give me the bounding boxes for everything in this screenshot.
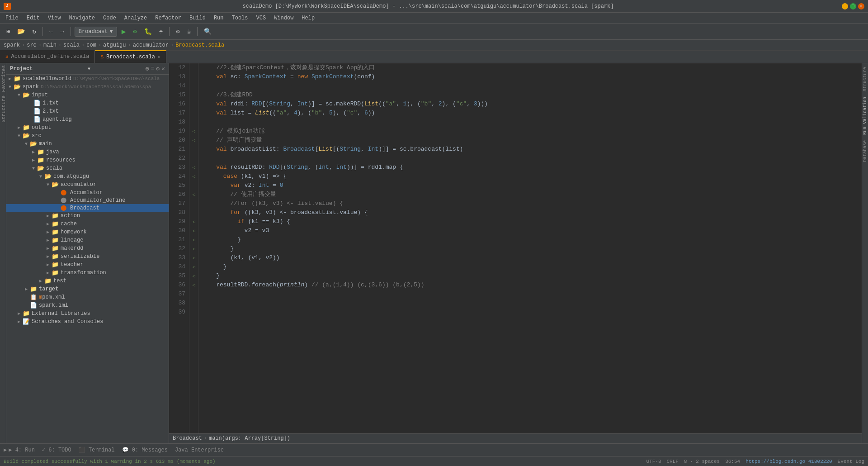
tree-item-scalahelloworld[interactable]: ▶ 📁 scalahelloworld D:\MyWork\WorkSpaceI…: [6, 75, 169, 83]
menu-file[interactable]: File: [2, 14, 22, 22]
code-content[interactable]: //2.创建SparkContext，该对象是提交Spark App的入口 va…: [198, 63, 862, 433]
maximize-button[interactable]: □: [850, 3, 856, 10]
right-panel-run-validation[interactable]: Run Validation: [862, 95, 868, 137]
sidebar-tree: ▶ 📁 scalahelloworld D:\MyWork\WorkSpaceI…: [6, 75, 169, 443]
tree-item-java[interactable]: ▶ 📁 java: [6, 148, 169, 156]
menu-view[interactable]: View: [44, 14, 65, 22]
tree-item-output[interactable]: ▶ 📁 output: [6, 124, 169, 132]
tree-arrow-spark: ▼: [6, 85, 14, 90]
open-icon[interactable]: 📂: [14, 26, 28, 37]
menu-tools[interactable]: Tools: [228, 14, 252, 22]
menu-build[interactable]: Build: [186, 14, 209, 22]
tree-item-homework[interactable]: ▶ 📁 homework: [6, 228, 169, 236]
breadcrumb-atguigu[interactable]: atguigu: [103, 42, 126, 48]
tree-item-resources[interactable]: ▶ 📁 resources: [6, 156, 169, 164]
back-icon[interactable]: ←: [47, 26, 56, 37]
menu-help[interactable]: Help: [298, 14, 318, 22]
folder-icon-action: 📁: [52, 212, 59, 219]
tree-item-com-atguigu[interactable]: ▼ 📂 com.atguigu: [6, 172, 169, 181]
breadcrumb-scala[interactable]: scala: [63, 42, 80, 48]
menu-edit[interactable]: Edit: [23, 14, 43, 22]
tree-item-1txt[interactable]: 📄 1.txt: [6, 99, 169, 107]
tree-item-2txt[interactable]: 📄 2.txt: [6, 107, 169, 115]
menu-run[interactable]: Run: [210, 14, 227, 22]
tree-item-sparkiml[interactable]: 📄 spark.iml: [6, 301, 169, 309]
tree-item-teacher[interactable]: ▶ 📁 teacher: [6, 261, 169, 269]
sidebar-tool-close[interactable]: ✕: [161, 65, 165, 72]
breadcrumb-spark[interactable]: spark: [4, 42, 20, 48]
folder-icon-resources: 📁: [37, 157, 44, 164]
tree-item-agentlog[interactable]: 📄 agent.log: [6, 115, 169, 124]
tree-item-cache[interactable]: ▶ 📁 cache: [6, 220, 169, 228]
settings-icon[interactable]: ⚙: [173, 26, 182, 37]
menu-refactor[interactable]: Refactor: [151, 14, 185, 22]
folder-icon-scala: 📂: [37, 165, 44, 172]
sidebar-title-arrow: ▼: [88, 67, 90, 71]
breadcrumb-main[interactable]: main: [43, 42, 57, 48]
code-line-27: //for ((k3, v3) <- list.value) {: [202, 199, 858, 208]
breadcrumb-src[interactable]: src: [27, 42, 37, 48]
new-project-icon[interactable]: ⊞: [4, 26, 13, 37]
tree-item-input[interactable]: ▼ 📂 input: [6, 91, 169, 99]
java-enterprise-button[interactable]: Java Enterprise: [175, 447, 224, 453]
tree-item-action[interactable]: ▶ 📁 action: [6, 212, 169, 220]
breadcrumb-com[interactable]: com: [86, 42, 96, 48]
tree-item-serializable[interactable]: ▶ 📁 serializable: [6, 252, 169, 261]
tree-item-lineage[interactable]: ▶ 📁 lineage: [6, 236, 169, 244]
breadcrumb-broadcast[interactable]: Broadcast.scala: [175, 42, 224, 48]
breadcrumb-accumulator[interactable]: accumulator: [133, 42, 169, 48]
find-icon[interactable]: 🔍: [201, 26, 214, 37]
menu-window[interactable]: Window: [270, 14, 297, 22]
tree-item-spark[interactable]: ▼ 📂 spark D:\MyWork\WorkSpaceIDEA\scalaD…: [6, 83, 169, 91]
sync-icon[interactable]: ↻: [29, 26, 38, 37]
tree-item-scala[interactable]: ▼ 📂 scala: [6, 164, 169, 172]
run-button[interactable]: ▶: [119, 25, 129, 38]
tab-broadcast[interactable]: S Broadcast.scala ✕: [95, 50, 166, 63]
tab-accumulator-define[interactable]: S Accumulator_define.scala: [0, 50, 95, 63]
debug-button[interactable]: 🐛: [142, 26, 155, 37]
menu-vcs[interactable]: VCS: [253, 14, 270, 22]
todo-button[interactable]: ✓ 6: TODO: [42, 447, 71, 453]
tree-item-src[interactable]: ▼ 📂 src: [6, 132, 169, 140]
status-csdn-link[interactable]: https://blog.csdn.go_41802220: [745, 459, 832, 464]
tree-item-test[interactable]: ▶ 📁 test: [6, 277, 169, 285]
build-button[interactable]: ⚙: [130, 26, 139, 37]
left-panel-structure[interactable]: Structure: [0, 94, 6, 124]
tree-item-accumulator[interactable]: ▼ 📂 accumulator: [6, 181, 169, 189]
sidebar-tool-collapse[interactable]: ≡: [151, 65, 155, 72]
tree-item-transformation[interactable]: ▶ 📁 transformation: [6, 269, 169, 277]
minimize-button[interactable]: ─: [842, 3, 848, 10]
tree-item-accumlator[interactable]: ⬤ Accumlator: [6, 189, 169, 196]
menu-code[interactable]: Code: [99, 14, 120, 22]
tree-item-external-libs[interactable]: ▶ 📁 External Libraries: [6, 309, 169, 318]
tree-label-scalahelloworld: scalahelloworld: [23, 76, 71, 82]
coverage-button[interactable]: ☂: [156, 26, 165, 37]
right-panel-database[interactable]: Database: [862, 138, 868, 164]
sdk-icon[interactable]: ☕: [184, 26, 193, 37]
right-panel-structure[interactable]: Structure: [862, 65, 868, 93]
editor-breadcrumb-broadcast[interactable]: Broadcast: [173, 435, 202, 442]
status-event-log[interactable]: Event Log: [838, 459, 864, 464]
code-line-30: v2 = v3: [202, 226, 858, 235]
run-tool-button[interactable]: ▶ ▶ 4: Run: [4, 447, 35, 453]
tree-item-main[interactable]: ▼ 📂 main: [6, 140, 169, 148]
tree-item-broadcast[interactable]: ⬤ Broadcast: [6, 204, 169, 212]
forward-icon[interactable]: →: [57, 26, 66, 37]
tree-item-accumlator-define[interactable]: ⬤ Accumlator_define: [6, 196, 169, 204]
messages-button[interactable]: 💬 0: Messages: [122, 447, 168, 453]
sidebar-tool-locate[interactable]: ⊕: [146, 65, 149, 72]
sidebar-tool-settings[interactable]: ⚙: [156, 65, 160, 72]
project-dropdown[interactable]: Broadcast ▼: [75, 27, 117, 37]
tree-item-pomxml[interactable]: 📋 m pom.xml: [6, 293, 169, 301]
editor-breadcrumb-main[interactable]: main(args: Array[String]): [209, 435, 290, 442]
tree-item-target[interactable]: ▶ 📁 target: [6, 285, 169, 293]
folder-icon-com-atguigu: 📂: [44, 173, 52, 180]
tree-item-makerdd[interactable]: ▶ 📁 makerdd: [6, 244, 169, 252]
tree-item-scratches[interactable]: ▶ 📝 Scratches and Consoles: [6, 318, 169, 326]
tab-close-broadcast[interactable]: ✕: [158, 54, 160, 60]
menu-analyze[interactable]: Analyze: [121, 14, 151, 22]
menu-navigate[interactable]: Navigate: [65, 14, 99, 22]
left-panel-favorites[interactable]: Favorites: [0, 63, 6, 94]
terminal-button[interactable]: ⬛ Terminal: [79, 447, 115, 453]
close-button[interactable]: ✕: [858, 3, 864, 10]
